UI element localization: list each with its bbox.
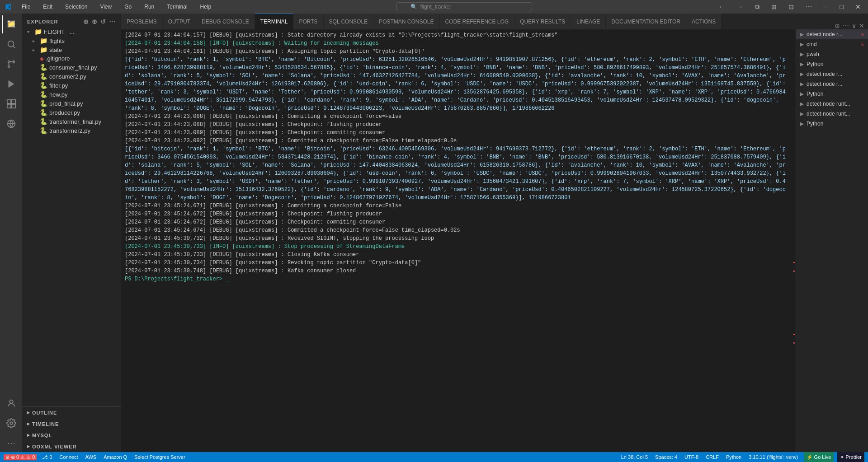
status-line-ending[interactable]: CRLF: [704, 454, 721, 460]
svg-rect-11: [12, 104, 15, 108]
tree-item-prod-final[interactable]: 🐍 prod_final.py: [22, 99, 121, 108]
minimize-button[interactable]: ─: [820, 3, 832, 10]
layout3-icon[interactable]: ⊡: [785, 3, 797, 10]
tree-item-consumer2[interactable]: 🐍 consumer2.py: [22, 72, 121, 81]
terminal-run-icon-3: ▶: [800, 61, 804, 67]
status-encoding[interactable]: UTF-8: [683, 454, 700, 460]
activity-more[interactable]: ⋯: [2, 434, 20, 452]
status-aws[interactable]: AWS: [83, 454, 98, 460]
tab-ports[interactable]: PORTS: [293, 14, 323, 29]
svg-rect-10: [7, 104, 11, 108]
menu-go[interactable]: Go: [122, 3, 134, 11]
tree-item-transformer2[interactable]: 🐍 transformer2.py: [22, 126, 121, 135]
right-panel-item-1[interactable]: ▶cmd⚠: [796, 39, 868, 49]
status-git[interactable]: ⎇ 0: [40, 454, 54, 460]
right-panel-item-5[interactable]: ▶detect node r...: [796, 79, 868, 89]
tree-item-filter[interactable]: 🐍 filter.py: [22, 81, 121, 90]
menu-view[interactable]: View: [97, 3, 114, 11]
activity-accounts[interactable]: [2, 394, 20, 412]
terminal-output[interactable]: [2024-07-01 23:44:04,157] [DEBUG] [quixs…: [121, 29, 790, 452]
refresh-icon[interactable]: ↺: [100, 18, 106, 25]
scrollbar-track[interactable]: [790, 29, 796, 452]
menu-help[interactable]: Help: [198, 3, 214, 11]
right-panel-item-8[interactable]: ▶detect node runt...: [796, 109, 868, 119]
tab-problems[interactable]: PROBLEMS: [121, 14, 163, 29]
activity-remote[interactable]: [2, 115, 20, 133]
terminal-line-5: [2024-07-01 23:44:23,088] [DEBUG] [quixs…: [121, 121, 790, 129]
add-terminal-icon[interactable]: ⊕: [835, 22, 840, 29]
status-version[interactable]: 3.10.11 ('flights': venv): [747, 454, 800, 460]
right-panel-item-9[interactable]: ▶Python: [796, 119, 868, 129]
tab-debug-console[interactable]: DEBUG CONSOLE: [196, 14, 255, 29]
status-go-live[interactable]: ⚡ Go Live: [804, 452, 834, 462]
tab-lineage[interactable]: LINEAGE: [571, 14, 606, 29]
ooxml-section[interactable]: ▸ OOXML VIEWER: [22, 441, 121, 452]
tree-item-flights[interactable]: ▸ 📁 flights: [22, 36, 121, 45]
titlebar-left: File Edit Selection View Go Run Terminal…: [4, 3, 214, 11]
layout4-icon[interactable]: ⋯: [802, 3, 816, 10]
titlebar: File Edit Selection View Go Run Terminal…: [0, 0, 868, 14]
tab-sql-console[interactable]: SQL CONSOLE: [324, 14, 374, 29]
menu-selection[interactable]: Selection: [62, 3, 90, 11]
menu-terminal[interactable]: Terminal: [164, 3, 190, 11]
chevron-right-icon-3: ▸: [27, 432, 30, 438]
menu-file[interactable]: File: [19, 3, 33, 11]
root-folder[interactable]: ▾ 📁 FLIGHT _...: [22, 27, 121, 36]
right-panel-item-7[interactable]: ▶detect node runt...: [796, 99, 868, 109]
new-folder-icon[interactable]: ⊕: [92, 18, 98, 25]
tree-item-gitignore[interactable]: ◈ .gitignore: [22, 54, 121, 63]
menu-edit[interactable]: Edit: [40, 3, 55, 11]
tree-item-new[interactable]: 🐍 new.py: [22, 90, 121, 99]
right-panel-label-3: Python: [807, 61, 864, 67]
close-button[interactable]: ✕: [852, 3, 864, 10]
panel-close-icon[interactable]: ✕: [859, 22, 864, 29]
status-spaces[interactable]: Spaces: 4: [653, 454, 679, 460]
outline-section[interactable]: ▸ OUTLINE: [22, 407, 121, 418]
nav-forward[interactable]: →: [733, 3, 747, 10]
activity-explorer[interactable]: 📁: [2, 15, 20, 33]
status-language[interactable]: Python: [724, 454, 743, 460]
tree-item-consumer-final[interactable]: 🐍 consumer_final.py: [22, 63, 121, 72]
mysql-section[interactable]: ▸ MYSQL: [22, 429, 121, 441]
right-panel-item-0[interactable]: ▶detect node r...⚠: [796, 29, 868, 39]
svg-rect-9: [12, 100, 15, 103]
collapse-icon[interactable]: ⋯: [109, 18, 116, 25]
status-errors[interactable]: ⊗ ⊗ 0 ⚠ ⚠ 0: [4, 454, 37, 460]
tree-item-transformer-final[interactable]: 🐍 transformer_final.py: [22, 117, 121, 126]
status-prettier[interactable]: ✦ Prettier: [837, 452, 864, 462]
tree-item-state[interactable]: ▸ 📁 state: [22, 45, 121, 54]
scrollbar-mark-2: [793, 271, 795, 272]
tab-query-results[interactable]: QUERY RESULTS: [514, 14, 571, 29]
activity-search[interactable]: [2, 35, 20, 53]
new-file-icon[interactable]: ⊕: [83, 18, 89, 25]
activity-source-control[interactable]: [2, 55, 20, 73]
maximize-button[interactable]: □: [836, 3, 847, 10]
tab-terminal[interactable]: TERMINAL: [255, 14, 294, 29]
right-panel-item-2[interactable]: ▶pwsh: [796, 49, 868, 59]
nav-back[interactable]: ←: [715, 3, 729, 10]
tab-output[interactable]: OUTPUT: [163, 14, 196, 29]
tab-postman-console[interactable]: POSTMAN CONSOLE: [373, 14, 439, 29]
status-ln-col[interactable]: Ln 38, Col 5: [619, 454, 650, 460]
layout-icon[interactable]: ⧉: [751, 3, 763, 11]
status-connect[interactable]: Connect: [58, 454, 80, 460]
panel-chevron-down[interactable]: ∨: [852, 22, 856, 29]
tree-item-producer[interactable]: 🐍 producer.py: [22, 108, 121, 117]
activity-settings[interactable]: [2, 414, 20, 432]
right-panel-item-4[interactable]: ▶detect node r...: [796, 69, 868, 79]
activity-run-debug[interactable]: [2, 75, 20, 93]
layout2-icon[interactable]: ⊞: [768, 3, 780, 10]
timeline-section[interactable]: ▸ TIMELINE: [22, 418, 121, 429]
tab-code-reference-log[interactable]: CODE REFERENCE LOG: [440, 14, 515, 29]
right-panel-item-6[interactable]: ▶Python: [796, 89, 868, 99]
tab-documentation-editor[interactable]: DOCUMENTATION EDITOR: [606, 14, 686, 29]
status-postgres[interactable]: Select Postgres Server: [132, 454, 187, 460]
activity-extensions[interactable]: [2, 95, 20, 113]
search-bar[interactable]: 🔍 flight_tracker: [396, 2, 532, 11]
right-panel-item-3[interactable]: ▶Python: [796, 59, 868, 69]
menu-run[interactable]: Run: [142, 3, 157, 11]
tab-actions[interactable]: ACTIONS: [686, 14, 722, 29]
sidebar-header-actions: ⊕ ⊕ ↺ ⋯: [83, 18, 116, 25]
status-amazon-q[interactable]: Amazon Q: [102, 454, 129, 460]
more-terminals-icon[interactable]: ⋯: [843, 22, 849, 29]
